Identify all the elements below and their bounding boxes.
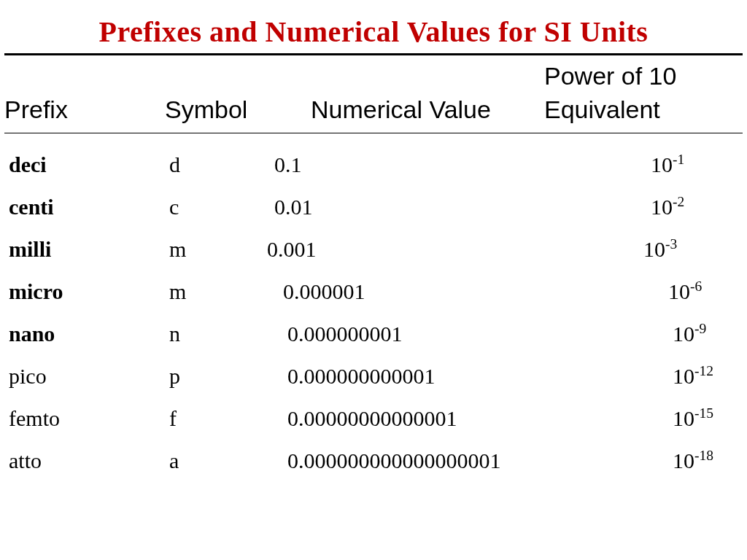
cell-power-of-10: 10-12 (652, 364, 743, 389)
cell-prefix: femto (9, 406, 169, 431)
header-line-1: Power of 10 (4, 60, 743, 93)
table-row: microm0.00000110-6 (4, 271, 743, 313)
power-exponent: -15 (694, 405, 713, 421)
power-base: 10 (668, 279, 690, 303)
cell-symbol: m (169, 279, 257, 304)
table-row: picop0.00000000000110-12 (4, 355, 743, 397)
power-exponent: -1 (673, 152, 684, 167)
power-exponent: -12 (694, 363, 713, 378)
cell-numerical-value: 0.000000000000000001 (257, 448, 652, 473)
cell-power-of-10: 10-15 (652, 406, 743, 431)
table-row: attoa0.00000000000000000110-18 (4, 440, 743, 482)
power-base: 10 (673, 364, 694, 388)
cell-prefix: atto (9, 448, 169, 473)
cell-prefix: pico (9, 364, 169, 389)
cell-power-of-10: 10-2 (639, 195, 743, 219)
power-exponent: -2 (673, 194, 684, 209)
cell-symbol: p (169, 364, 257, 389)
table-header: Power of 10 Prefix Symbol Numerical Valu… (4, 58, 743, 131)
header-prefix: Prefix (4, 93, 165, 127)
power-base: 10 (673, 322, 694, 346)
power-exponent: -6 (690, 279, 702, 294)
header-symbol: Symbol (165, 93, 311, 127)
cell-numerical-value: 0.000000000001 (257, 364, 652, 389)
table-body: decid0.110-1centic0.0110-2millim0.00110-… (4, 144, 743, 482)
divider-thick (4, 53, 743, 55)
cell-symbol: c (169, 195, 257, 219)
header-power-of-10: Power of 10 (544, 60, 676, 93)
header-equivalent: Equivalent (544, 93, 743, 127)
table-row: decid0.110-1 (4, 144, 743, 186)
power-base: 10 (651, 195, 673, 219)
cell-power-of-10: 10-6 (648, 279, 743, 304)
cell-prefix: milli (9, 237, 169, 262)
document: Prefixes and Numerical Values for SI Uni… (0, 0, 747, 482)
cell-numerical-value: 0.00000000000001 (257, 406, 652, 431)
divider-thin (4, 133, 743, 133)
cell-prefix: centi (9, 195, 169, 219)
cell-power-of-10: 10-18 (652, 448, 743, 473)
power-base: 10 (673, 406, 694, 430)
cell-numerical-value: 0.01 (257, 195, 639, 219)
cell-symbol: m (169, 237, 257, 262)
cell-prefix: micro (9, 279, 169, 304)
table-row: femtof0.0000000000000110-15 (4, 397, 743, 440)
cell-symbol: f (169, 406, 257, 431)
cell-power-of-10: 10-3 (632, 237, 743, 262)
cell-power-of-10: 10-9 (652, 322, 743, 346)
cell-symbol: a (169, 448, 257, 473)
cell-symbol: d (169, 152, 257, 177)
power-exponent: -3 (665, 236, 677, 252)
cell-numerical-value: 0.001 (257, 237, 632, 262)
cell-symbol: n (169, 322, 257, 346)
cell-numerical-value: 0.000000001 (257, 322, 652, 346)
cell-power-of-10: 10-1 (639, 152, 743, 177)
header-numerical-value: Numerical Value (311, 93, 544, 127)
cell-prefix: deci (9, 152, 169, 177)
power-base: 10 (651, 152, 673, 176)
cell-numerical-value: 0.000001 (257, 279, 648, 304)
table-row: centic0.0110-2 (4, 186, 743, 228)
power-base: 10 (673, 448, 694, 472)
cell-numerical-value: 0.1 (257, 152, 639, 177)
power-exponent: -18 (694, 448, 713, 463)
header-line-2: Prefix Symbol Numerical Value Equivalent (4, 93, 743, 127)
cell-prefix: nano (9, 322, 169, 346)
power-base: 10 (643, 237, 665, 261)
table-row: millim0.00110-3 (4, 228, 743, 271)
page-title: Prefixes and Numerical Values for SI Uni… (4, 15, 743, 49)
table-row: nanon0.00000000110-9 (4, 313, 743, 355)
power-exponent: -9 (694, 321, 706, 336)
